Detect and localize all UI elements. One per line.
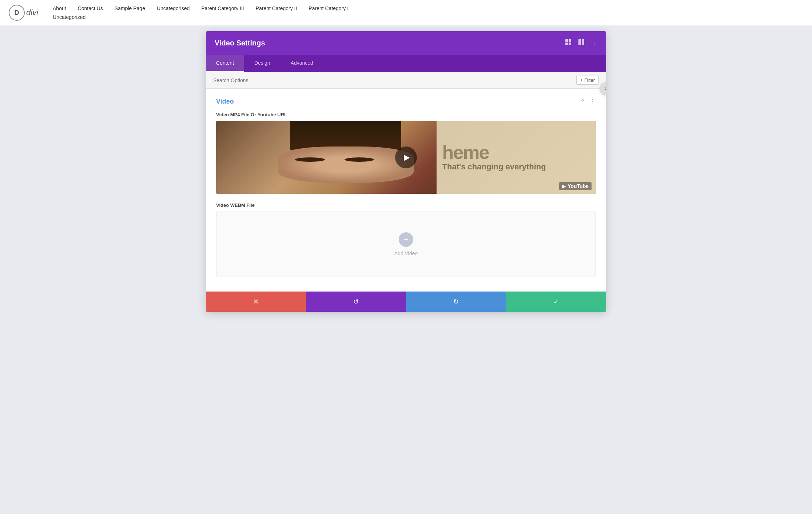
video-thumbnail: elegant Divi. The Ultimate WordPress The… [216,121,596,194]
tab-advanced[interactable]: Advanced [280,55,323,72]
video-mp4-label: Video MP4 File Or Youtube URL [216,112,596,117]
undo-icon: ↺ [353,298,359,306]
svg-rect-3 [569,43,571,45]
undo-button[interactable]: ↺ [306,292,406,312]
video-subtitle: That's changing everything [442,162,546,172]
modal-tabs: Content Design Advanced [206,55,606,72]
modal-title: Video Settings [215,39,265,47]
section-more-icon[interactable]: ⋮ [589,97,596,105]
main-area: ✕ Video Settings [0,25,812,514]
modal-header-icons: ⋮ [565,39,597,48]
svg-rect-5 [582,39,584,45]
video-webm-field: Video WEBM File + Add Video [216,202,596,277]
svg-rect-4 [578,39,581,45]
top-navigation: D divi About Contact Us Sample Page Unca… [0,0,812,25]
video-section-header: Video ⌃ ⋮ [216,97,596,105]
youtube-watermark-icon: ▶ [562,183,566,189]
cancel-button[interactable]: ✕ [206,292,306,312]
action-bar: ✕ ↺ ↻ ✓ [206,292,606,312]
nav-link-uncategorised[interactable]: Uncategorised [157,4,190,13]
redo-button[interactable]: ↻ [406,292,506,312]
save-button[interactable]: ✓ [506,292,606,312]
add-video-upload-area[interactable]: + Add Video [216,212,596,277]
redo-icon: ↻ [453,298,459,306]
search-options-input[interactable] [213,77,576,83]
section-actions: ⌃ ⋮ [580,97,596,105]
search-filter-bar: + Filter [206,72,606,89]
save-icon: ✓ [553,298,559,306]
video-large-text: heme [442,143,489,162]
svg-rect-1 [569,39,571,42]
video-webm-label: Video WEBM File [216,202,596,208]
nav-row-1: About Contact Us Sample Page Uncategoris… [53,4,349,13]
video-face-area [216,121,463,194]
nav-links: About Contact Us Sample Page Uncategoris… [53,4,349,21]
logo-icon: D [9,5,25,21]
nav-link-sample[interactable]: Sample Page [115,4,145,13]
modal-content: Video ⌃ ⋮ Video MP4 File Or Youtube URL … [206,89,606,292]
modal-header: Video Settings ⋮ [206,31,606,55]
nav-link-uncategorized[interactable]: Uncategorized [53,13,85,21]
youtube-watermark-text: YouTube [568,183,589,189]
svg-rect-0 [565,39,568,42]
nav-link-parent2[interactable]: Parent Category II [256,4,297,13]
collapse-icon[interactable]: ⌃ [580,98,585,105]
columns-icon[interactable] [578,39,585,48]
nav-link-parent3[interactable]: Parent Category III [201,4,244,13]
add-video-plus-button[interactable]: + [399,232,413,247]
svg-rect-2 [565,43,568,45]
section-title: Video [216,98,234,105]
add-video-label: Add Video [394,250,418,256]
logo-text: divi [26,8,38,17]
nav-row-2: Uncategorized [53,13,85,21]
play-button[interactable]: ▶ [395,146,417,168]
nav-link-contact[interactable]: Contact Us [78,4,103,13]
nav-link-about[interactable]: About [53,4,66,13]
cancel-icon: ✕ [253,298,259,306]
more-options-icon[interactable]: ⋮ [591,39,597,47]
play-icon: ▶ [404,153,410,162]
video-settings-modal: ✕ Video Settings [206,31,606,312]
youtube-watermark: ▶ YouTube [559,182,592,190]
tab-content[interactable]: Content [206,55,244,72]
filter-button[interactable]: + Filter [576,76,599,85]
tab-design[interactable]: Design [244,55,280,72]
video-mp4-field: Video MP4 File Or Youtube URL elegant Di… [216,112,596,194]
logo-area[interactable]: D divi [9,5,38,21]
nav-link-parent1[interactable]: Parent Category I [309,4,349,13]
grid-icon[interactable] [565,39,572,48]
